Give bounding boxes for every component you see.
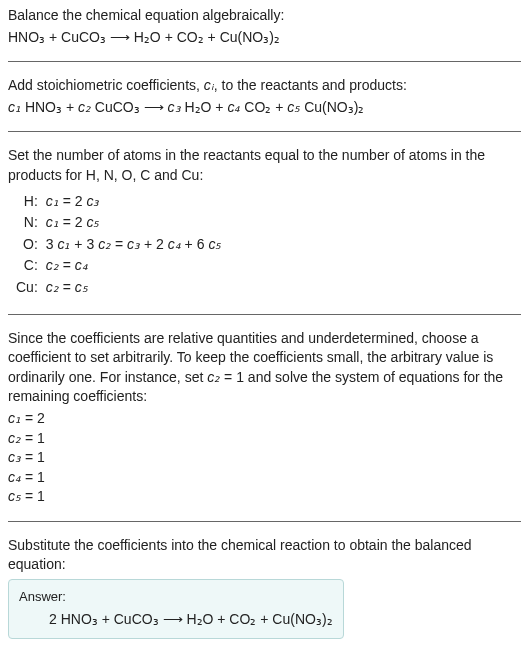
section-stoich: Add stoichiometric coefficients, cᵢ, to …	[8, 76, 521, 132]
coeff: c₄	[227, 99, 240, 115]
atom-row-n: N: c₁ = 2 c₅	[16, 213, 221, 235]
element-label: Cu:	[16, 278, 46, 300]
var: c₁	[8, 410, 21, 426]
stoich-equation: c₁ HNO₃ + c₂ CuCO₃ ⟶ c₃ H₂O + c₄ CO₂ + c…	[8, 98, 521, 118]
element-equation: c₂ = c₅	[46, 278, 222, 300]
solve-intro: Since the coefficients are relative quan…	[8, 329, 521, 407]
atom-row-h: H: c₁ = 2 c₃	[16, 192, 221, 214]
intro-text: Balance the chemical equation algebraica…	[8, 6, 521, 26]
text: CO₂ +	[240, 99, 287, 115]
element-label: H:	[16, 192, 46, 214]
var: c₂	[46, 279, 59, 295]
text: , to the reactants and products:	[214, 77, 407, 93]
atoms-intro: Set the number of atoms in the reactants…	[8, 146, 521, 185]
text: = 2	[59, 193, 87, 209]
atom-equations: H: c₁ = 2 c₃ N: c₁ = 2 c₅ O: 3 c₁ + 3 c₂…	[16, 192, 221, 300]
coeff: c₃	[168, 99, 181, 115]
val: = 2	[21, 410, 45, 426]
atom-row-cu: Cu: c₂ = c₅	[16, 278, 221, 300]
answer-intro: Substitute the coefficients into the che…	[8, 536, 521, 575]
var: c₂	[8, 430, 21, 446]
text: 3	[46, 236, 58, 252]
var: c₅	[86, 214, 99, 230]
var: c₃	[8, 449, 21, 465]
element-equation: c₂ = c₄	[46, 256, 222, 278]
text: Cu(NO₃)₂	[300, 99, 364, 115]
section-answer: Substitute the coefficients into the che…	[8, 536, 521, 647]
var: c₄	[75, 257, 88, 273]
coeff: c₁	[8, 99, 21, 115]
element-label: N:	[16, 213, 46, 235]
atom-row-o: O: 3 c₁ + 3 c₂ = c₃ + 2 c₄ + 6 c₅	[16, 235, 221, 257]
text: + 6	[181, 236, 209, 252]
val: = 1	[21, 469, 45, 485]
stoich-intro: Add stoichiometric coefficients, cᵢ, to …	[8, 76, 521, 96]
var: c₂	[98, 236, 111, 252]
balanced-equation: 2 HNO₃ + CuCO₃ ⟶ H₂O + CO₂ + Cu(NO₃)₂	[19, 610, 333, 630]
element-equation: c₁ = 2 c₅	[46, 213, 222, 235]
answer-label: Answer:	[19, 588, 333, 606]
var: c₅	[75, 279, 88, 295]
val: = 1	[21, 488, 45, 504]
text: HNO₃ +	[21, 99, 78, 115]
element-label: C:	[16, 256, 46, 278]
coeff: c₅	[287, 99, 300, 115]
text: =	[111, 236, 127, 252]
element-equation: c₁ = 2 c₃	[46, 192, 222, 214]
var: c₁	[57, 236, 70, 252]
element-label: O:	[16, 235, 46, 257]
text: =	[59, 257, 75, 273]
variable: c₂	[207, 369, 220, 385]
text: =	[59, 279, 75, 295]
answer-box: Answer: 2 HNO₃ + CuCO₃ ⟶ H₂O + CO₂ + Cu(…	[8, 579, 344, 639]
val: = 1	[21, 449, 45, 465]
coeff-line: c₂ = 1	[8, 429, 521, 449]
var: c₅	[8, 488, 21, 504]
coeff-line: c₁ = 2	[8, 409, 521, 429]
section-solve: Since the coefficients are relative quan…	[8, 329, 521, 522]
unbalanced-equation: HNO₃ + CuCO₃ ⟶ H₂O + CO₂ + Cu(NO₃)₂	[8, 28, 521, 48]
var: c₅	[208, 236, 221, 252]
var: c₁	[46, 214, 59, 230]
var: c₂	[46, 257, 59, 273]
text: CuCO₃ ⟶	[91, 99, 168, 115]
text: Add stoichiometric coefficients,	[8, 77, 204, 93]
var: c₃	[86, 193, 99, 209]
val: = 1	[21, 430, 45, 446]
text: + 2	[140, 236, 168, 252]
atom-row-c: C: c₂ = c₄	[16, 256, 221, 278]
section-balance-intro: Balance the chemical equation algebraica…	[8, 6, 521, 62]
section-atoms: Set the number of atoms in the reactants…	[8, 146, 521, 314]
text: + 3	[70, 236, 98, 252]
coeff-line: c₅ = 1	[8, 487, 521, 507]
var: c₁	[46, 193, 59, 209]
variable-ci: cᵢ	[204, 77, 214, 93]
coeff: c₂	[78, 99, 91, 115]
text: = 2	[59, 214, 87, 230]
var: c₃	[127, 236, 140, 252]
var: c₄	[8, 469, 21, 485]
coeff-line: c₃ = 1	[8, 448, 521, 468]
element-equation: 3 c₁ + 3 c₂ = c₃ + 2 c₄ + 6 c₅	[46, 235, 222, 257]
coefficient-list: c₁ = 2 c₂ = 1 c₃ = 1 c₄ = 1 c₅ = 1	[8, 409, 521, 507]
coeff-line: c₄ = 1	[8, 468, 521, 488]
var: c₄	[168, 236, 181, 252]
text: H₂O +	[181, 99, 228, 115]
